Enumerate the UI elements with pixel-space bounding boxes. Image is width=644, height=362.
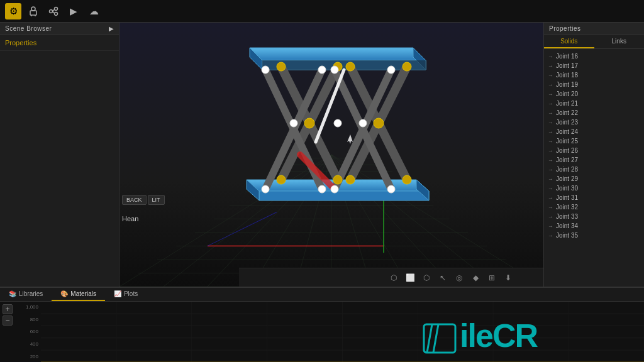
joint-item[interactable]: →Joint 30 — [544, 184, 644, 193]
svg-line-7 — [53, 9, 55, 11]
lit-button[interactable]: LIT — [148, 195, 165, 205]
svg-point-61 — [331, 66, 338, 74]
tab-plots[interactable]: 📈 Plots — [105, 288, 147, 301]
svg-point-70 — [346, 175, 355, 184]
joint-arrow-icon: → — [548, 176, 553, 182]
joint-item[interactable]: →Joint 24 — [544, 127, 644, 136]
robot-icon[interactable] — [25, 3, 42, 19]
joint-arrow-icon: → — [548, 204, 553, 211]
svg-point-68 — [277, 175, 286, 184]
y-label-400: 400 — [14, 341, 38, 347]
materials-label: Materials — [70, 290, 96, 297]
plots-icon: 📈 — [114, 290, 121, 297]
svg-point-74 — [331, 185, 338, 193]
scene-browser-header: Scene Browser ▶ — [0, 23, 119, 35]
select-vp-icon[interactable]: ⬡ — [387, 271, 401, 285]
joint-item[interactable]: →Joint 19 — [544, 80, 644, 89]
joint-item[interactable]: →Joint 22 — [544, 108, 644, 118]
svg-marker-41 — [259, 191, 429, 200]
svg-marker-36 — [250, 48, 426, 60]
y-label-1000: 1,000 — [14, 304, 38, 310]
zoom-out-button[interactable]: − — [3, 315, 13, 326]
joint-item[interactable]: →Joint 34 — [544, 221, 644, 231]
main-layout: Scene Browser ▶ Properties — [0, 23, 644, 287]
svg-point-64 — [334, 119, 341, 127]
chart-svg: 0 100 200 300 400 500 600 700 800 — [41, 302, 644, 362]
joint-item[interactable]: →Joint 28 — [544, 165, 644, 174]
svg-point-65 — [374, 118, 384, 128]
back-button-area: BACK LIT — [122, 195, 165, 205]
joint-item[interactable]: →Joint 27 — [544, 155, 644, 165]
y-label-800: 800 — [14, 317, 38, 322]
joint-item[interactable]: →Joint 33 — [544, 212, 644, 221]
svg-point-62 — [387, 66, 395, 74]
diamond-vp-icon[interactable]: ◆ — [469, 271, 482, 285]
gear-network-icon[interactable] — [45, 3, 62, 19]
joint-item[interactable]: →Joint 16 — [544, 52, 644, 61]
svg-point-66 — [290, 119, 297, 127]
joint-item[interactable]: →Joint 23 — [544, 118, 644, 127]
bottom-content: + − 1,000 800 600 400 200 0 — [0, 302, 644, 362]
joint-item[interactable]: →Joint 20 — [544, 89, 644, 99]
left-properties-label: Properties — [0, 35, 119, 51]
grid-vp-icon[interactable]: ⊞ — [485, 271, 499, 285]
svg-point-0 — [31, 7, 35, 11]
svg-point-73 — [318, 185, 326, 193]
joint-arrow-icon: → — [548, 157, 553, 163]
svg-point-75 — [387, 185, 395, 193]
right-panel-header: Properties — [544, 23, 644, 35]
joint-item[interactable]: →Joint 26 — [544, 146, 644, 155]
zoom-in-button[interactable]: + — [3, 304, 13, 314]
joint-arrow-icon: → — [548, 63, 553, 69]
svg-point-69 — [333, 175, 342, 184]
download-vp-icon[interactable]: ⬇ — [501, 271, 515, 285]
svg-point-5 — [55, 7, 58, 10]
joint-item[interactable]: →Joint 32 — [544, 202, 644, 212]
joint-arrow-icon: → — [548, 53, 553, 60]
scene-browser-arrow[interactable]: ▶ — [109, 25, 114, 32]
y-label-600: 600 — [14, 329, 38, 334]
cursor-vp-icon[interactable]: ↖ — [436, 271, 450, 285]
libraries-icon: 📚 — [9, 290, 16, 297]
joint-arrow-icon: → — [548, 101, 553, 107]
tab-materials[interactable]: 🎨 Materials — [52, 288, 105, 301]
back-button[interactable]: BACK — [122, 195, 147, 205]
svg-point-58 — [402, 62, 411, 71]
viewport-toolbar: ⬡ ⬜ ⬡ ↖ ◎ ◆ ⊞ ⬇ — [239, 268, 543, 287]
joint-item[interactable]: →Joint 17 — [544, 61, 644, 70]
tab-solids[interactable]: Solids — [544, 35, 594, 48]
joint-item[interactable]: →Joint 29 — [544, 174, 644, 184]
joint-arrow-icon: → — [548, 91, 553, 97]
camera-vp-icon[interactable]: ◎ — [452, 271, 466, 285]
joint-arrow-icon: → — [548, 138, 553, 145]
libraries-label: Libraries — [19, 290, 43, 297]
svg-point-6 — [55, 12, 58, 15]
bottom-tabs: 📚 Libraries 🎨 Materials 📈 Plots — [0, 288, 644, 302]
chart-area[interactable]: 0 100 200 300 400 500 600 700 800 — [41, 302, 644, 362]
svg-point-63 — [304, 118, 314, 128]
joint-arrow-icon: → — [548, 129, 553, 135]
cloud-icon[interactable]: ☁ — [86, 3, 102, 19]
tab-libraries[interactable]: 📚 Libraries — [0, 288, 52, 301]
joint-item[interactable]: →Joint 31 — [544, 193, 644, 202]
scene-browser-title: Scene Browser — [5, 25, 52, 32]
materials-icon: 🎨 — [60, 290, 68, 297]
svg-point-72 — [262, 185, 269, 193]
play-icon[interactable]: ▶ — [65, 3, 82, 19]
joint-item[interactable]: →Joint 25 — [544, 136, 644, 146]
frame-vp-icon[interactable]: ⬜ — [403, 271, 417, 285]
left-panel: Scene Browser ▶ Properties — [0, 23, 119, 287]
tab-links[interactable]: Links — [594, 35, 645, 48]
right-tabs: Solids Links — [544, 35, 644, 49]
viewport[interactable]: BACK LIT Hean ⬡ ⬜ ⬡ ↖ ◎ ◆ ⊞ ⬇ — [119, 23, 543, 287]
joint-arrow-icon: → — [548, 82, 553, 88]
settings-icon[interactable]: ⚙ — [5, 3, 21, 19]
joint-item[interactable]: →Joint 21 — [544, 99, 644, 108]
joint-arrow-icon: → — [548, 167, 553, 173]
joint-item[interactable]: →Joint 35 — [544, 231, 644, 240]
y-axis-labels: 1,000 800 600 400 200 0 — [13, 302, 41, 362]
joint-item[interactable]: →Joint 18 — [544, 70, 644, 80]
zoom-buttons: + − — [3, 304, 13, 362]
solid-vp-icon[interactable]: ⬡ — [419, 271, 433, 285]
top-toolbar: ⚙ ▶ ☁ — [0, 0, 644, 23]
